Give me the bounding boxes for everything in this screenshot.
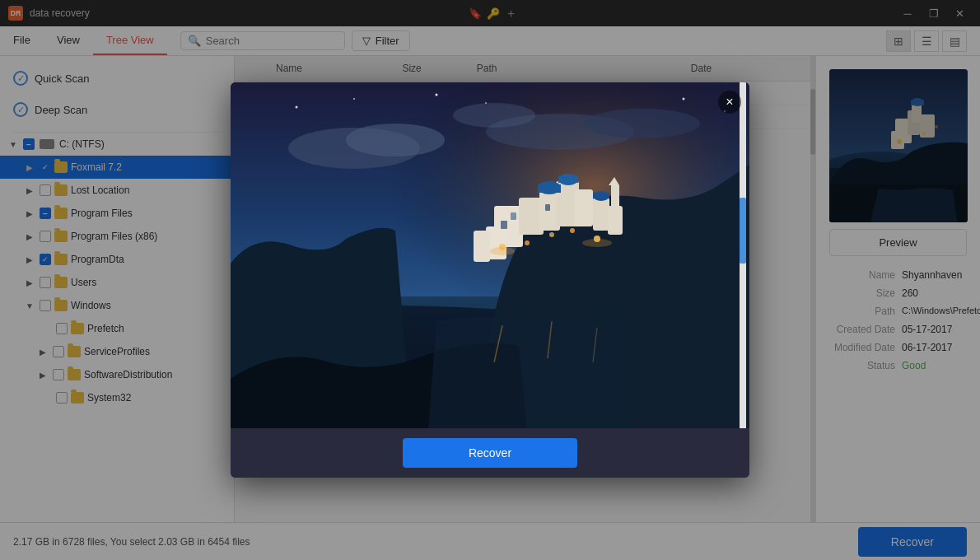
svg-rect-32	[538, 184, 561, 193]
svg-point-51	[296, 106, 298, 109]
modal-close-button[interactable]: ×	[718, 91, 741, 114]
modal-overlay[interactable]: ×	[0, 0, 980, 560]
svg-rect-26	[575, 189, 593, 226]
svg-rect-30	[608, 206, 623, 235]
modal-footer: Recover	[231, 428, 749, 478]
modal-image-container: ×	[231, 82, 749, 428]
svg-point-54	[485, 102, 487, 104]
svg-point-20	[453, 103, 535, 128]
svg-rect-28	[474, 231, 490, 262]
svg-point-53	[436, 94, 438, 96]
svg-rect-58	[740, 198, 746, 264]
image-preview-modal: ×	[231, 82, 749, 478]
svg-rect-37	[611, 185, 619, 210]
svg-rect-34	[558, 176, 578, 183]
svg-point-42	[525, 240, 530, 245]
svg-rect-36	[593, 193, 609, 198]
svg-point-55	[683, 98, 685, 100]
svg-point-44	[570, 228, 575, 233]
svg-point-17	[346, 124, 445, 156]
svg-point-46	[490, 247, 515, 255]
svg-rect-40	[545, 204, 550, 211]
svg-rect-29	[593, 198, 609, 231]
svg-point-47	[582, 239, 612, 247]
modal-recover-button[interactable]: Recover	[403, 438, 577, 468]
svg-point-43	[549, 232, 554, 237]
svg-rect-39	[511, 212, 516, 220]
modal-landscape-svg	[231, 82, 749, 428]
svg-rect-38	[501, 221, 507, 229]
svg-point-52	[353, 98, 355, 100]
svg-point-19	[585, 109, 700, 138]
